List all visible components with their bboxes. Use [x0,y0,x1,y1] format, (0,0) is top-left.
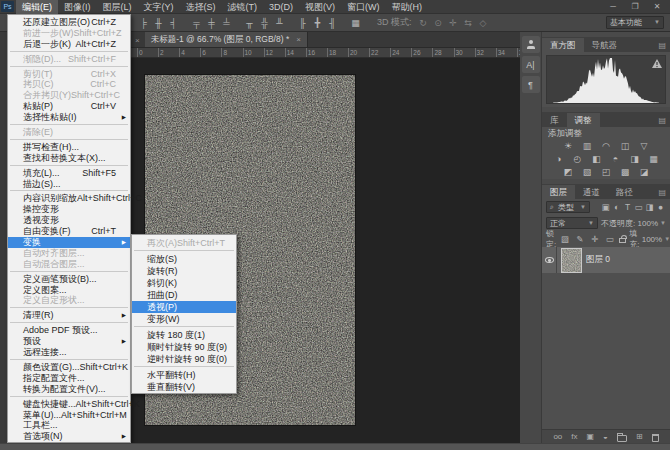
3d-rotate-icon[interactable]: ↻ [416,15,431,31]
delete-layer-icon[interactable] [652,434,659,442]
menu-item[interactable]: 还原建立图层(O)Ctrl+Z [8,17,130,28]
menu-item[interactable]: 填充(L)...Shift+F5 [8,168,130,179]
document-tab[interactable]: 未标题-1 @ 66.7% (图层 0, RGB/8) * × [145,32,308,47]
filter-toggle-icon[interactable]: ● [655,202,666,212]
menu-bar-item[interactable]: 编辑(E) [16,0,58,14]
menu-item[interactable]: 粘贴(P)Ctrl+V [8,101,130,112]
photo-filter-icon[interactable]: ◓ [610,153,621,166]
menu-item[interactable]: 顺时针旋转 90 度(9) [132,341,236,353]
3d-scale-icon[interactable]: ◇ [476,15,491,31]
menu-bar-item[interactable]: 图像(I) [58,0,97,14]
menu-bar-item[interactable]: 帮助(H) [386,0,429,14]
new-group-icon[interactable] [617,435,627,442]
lock-paint-icon[interactable]: ✎ [574,234,585,244]
layer-visibility-toggle[interactable] [542,247,557,273]
tab-layers[interactable]: 图层 [542,185,575,199]
panel-menu-icon[interactable]: ▤ [658,41,670,52]
black-white-icon[interactable]: ◧ [591,153,602,166]
menu-item[interactable]: 自由变换(F)Ctrl+T [8,226,130,237]
threshold-icon[interactable]: ◰ [601,166,612,179]
menu-item[interactable]: 菜单(U)...Alt+Shift+Ctrl+M [8,410,130,421]
menu-item[interactable]: 扭曲(D) [132,289,236,301]
menu-item[interactable]: 定义画笔预设(B)... [8,274,130,285]
align-bottom-edges-icon[interactable]: ╧ [219,15,234,31]
menu-item[interactable]: 逆时针旋转 90 度(0) [132,353,236,365]
curves-icon[interactable]: ◠ [601,140,612,153]
color-balance-icon[interactable]: ◴ [572,153,583,166]
3d-slide-icon[interactable]: ⇆ [461,15,476,31]
close-button[interactable]: ✕ [648,2,666,11]
menu-item[interactable]: 颜色设置(G)...Shift+Ctrl+K [8,362,130,373]
menu-item[interactable]: 旋转 180 度(1) [132,329,236,341]
menu-bar-item[interactable]: 3D(D) [263,0,299,14]
lock-artboard-icon[interactable]: ▭ [604,234,615,244]
filter-adjustment-layers-icon[interactable]: ◐ [611,202,622,212]
channel-mixer-icon[interactable]: ◨ [629,153,640,166]
tab-libraries[interactable]: 库 [542,113,567,127]
distribute-center-icon[interactable]: ╋ [310,15,325,31]
align-vertical-centers-icon[interactable]: ╪ [204,15,219,31]
character-panel-button[interactable]: A| [522,56,540,73]
align-left-edges-icon[interactable]: ╞ [136,15,151,31]
menu-item[interactable]: 键盘快捷键...Alt+Shift+Ctrl+K [8,399,130,410]
filter-type-layers-icon[interactable]: T [622,202,633,212]
panel-close-icon[interactable]: × [131,36,145,47]
menu-item[interactable]: 缩放(S) [132,253,236,265]
menu-item[interactable]: 透视变形 [8,215,130,226]
opacity-control[interactable]: 不透明度: 100% ▼ [601,218,666,229]
add-layer-mask-icon[interactable]: ▣ [587,431,595,443]
menu-item[interactable]: 操控变形 [8,204,130,215]
selective-color-icon[interactable]: ◪ [639,166,650,179]
align-horizontal-centers-icon[interactable]: ╫ [151,15,166,31]
menu-item[interactable]: 拼写检查(H)... [8,142,130,153]
distribute-top-icon[interactable]: ╥ [242,15,257,31]
menu-bar-item[interactable]: 窗口(W) [341,0,386,14]
lock-transparency-icon[interactable]: ▨ [559,234,570,244]
color-lookup-icon[interactable]: ▦ [648,153,659,166]
tab-channels[interactable]: 通道 [575,185,608,199]
properties-panel-button[interactable] [522,36,540,53]
menu-item[interactable]: 指定配置文件... [8,373,130,384]
invert-icon[interactable]: ◩ [563,166,574,179]
menu-item[interactable]: 预设▶ [8,336,130,347]
lock-all-icon[interactable] [619,238,626,243]
menu-bar-item[interactable]: 图层(L) [97,0,138,14]
menu-item[interactable]: 查找和替换文本(X)... [8,153,130,164]
gradient-map-icon[interactable]: ▩ [620,166,631,179]
menu-item[interactable]: 垂直翻转(V) [132,381,236,393]
paragraph-panel-button[interactable]: ¶ [522,76,540,93]
layer-thumbnail[interactable] [562,249,581,272]
tab-histogram[interactable]: 直方图 [542,38,584,52]
workspace-switcher[interactable]: 基本功能 ▼ [606,16,664,29]
filter-smart-objects-icon[interactable]: ◨ [644,202,655,212]
menu-item[interactable]: 清理(R)▶ [8,310,130,321]
menu-item[interactable]: 定义图案... [8,285,130,296]
menu-bar-item[interactable]: 文字(Y) [138,0,180,14]
menu-item[interactable]: 内容识别缩放Alt+Shift+Ctrl+C [8,193,130,204]
layer-filter-dropdown[interactable]: ⌕ 类型 ▼ [546,201,590,213]
menu-bar-item[interactable]: 视图(V) [299,0,341,14]
warning-icon[interactable] [652,59,662,68]
auto-align-icon[interactable]: ▦ [348,15,363,31]
panel-menu-icon[interactable]: ▤ [658,188,670,199]
exposure-icon[interactable]: ◫ [620,140,631,153]
menu-item[interactable]: 描边(S)... [8,179,130,190]
menu-item[interactable]: 转换为配置文件(V)... [8,384,130,395]
menu-item[interactable]: Adobe PDF 预设... [8,325,130,336]
layer-style-icon[interactable]: fx [571,431,577,443]
lock-move-icon[interactable]: ✛ [589,234,600,244]
3d-pan-icon[interactable]: ✛ [446,15,461,31]
tab-paths[interactable]: 路径 [608,185,641,199]
layer-name[interactable]: 图层 0 [586,254,610,266]
distribute-right-icon[interactable]: ╢ [325,15,340,31]
vibrance-icon[interactable]: ▽ [639,140,650,153]
filter-shape-layers-icon[interactable]: ▭ [633,202,644,212]
align-top-edges-icon[interactable]: ╤ [189,15,204,31]
menu-bar-item[interactable]: 选择(S) [180,0,222,14]
filter-pixel-layers-icon[interactable]: ▣ [600,202,611,212]
menu-item[interactable]: 水平翻转(H) [132,369,236,381]
link-layers-icon[interactable]: oo [553,431,562,443]
distribute-vertical-icon[interactable]: ╬ [257,15,272,31]
menu-bar-item[interactable]: 滤镜(T) [222,0,264,14]
new-adjustment-layer-icon[interactable]: ◒ [603,431,608,443]
